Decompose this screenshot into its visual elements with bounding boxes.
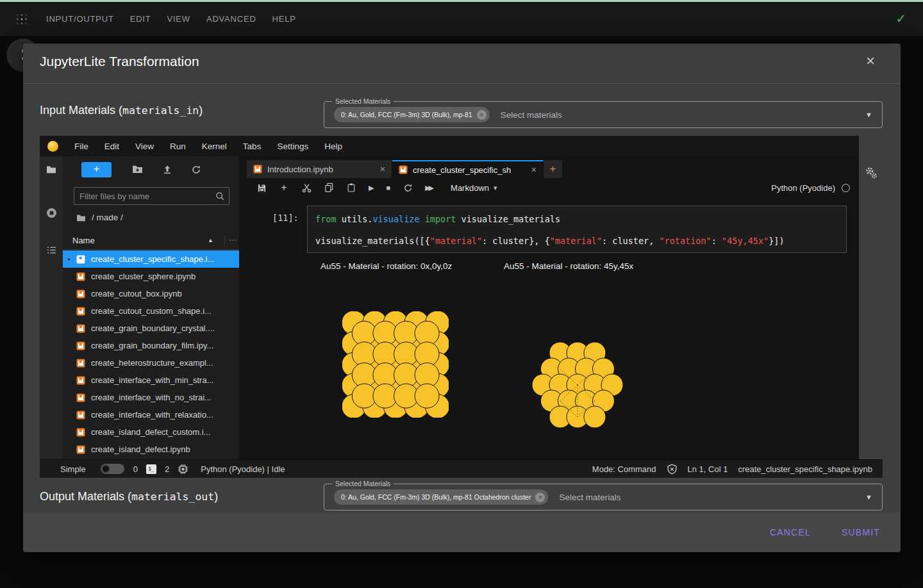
menu-view[interactable]: VIEW (167, 14, 190, 24)
breadcrumb[interactable]: / made / (76, 213, 123, 222)
app-logo-icon[interactable] (15, 13, 28, 26)
chip-close-icon[interactable]: × (535, 493, 545, 502)
cursor-position[interactable]: Ln 1, Col 1 (688, 464, 728, 474)
settings-gears-icon[interactable] (865, 167, 877, 182)
name-column-header[interactable]: Name (72, 236, 95, 245)
file-name: create_grain_boundary_film.ipy... (91, 341, 213, 350)
table-of-contents-icon[interactable] (46, 245, 57, 258)
file-browser-icon[interactable] (46, 165, 56, 176)
notebook-icon (399, 165, 408, 174)
jmenu-help[interactable]: Help (324, 142, 342, 151)
notebook-icon (76, 307, 85, 316)
file-list-item[interactable]: create_interface_with_no_strai... (63, 389, 239, 406)
running-kernels-icon[interactable] (46, 208, 57, 221)
chip-close-icon[interactable]: × (477, 110, 486, 120)
terminals-count[interactable]: 0 (133, 464, 138, 474)
file-list-item[interactable]: create_interface_with_min_stra... (63, 372, 239, 389)
notebook-icon (76, 428, 85, 437)
jupyterlab-window: File Edit View Run Kernel Tabs Settings … (40, 136, 883, 478)
jmenu-view[interactable]: View (135, 142, 154, 151)
notebook-icon (253, 165, 262, 174)
file-list-item[interactable]: create_cutout_box.ipynb (63, 285, 239, 302)
kernels-count[interactable]: 2 (165, 464, 169, 474)
trust-shield-icon[interactable] (667, 464, 678, 475)
output-label-left: Au55 - Material - rotation: 0x,0y,0z (320, 261, 452, 271)
output-materials-placeholder[interactable]: Select materials (559, 493, 620, 502)
tab-close-icon[interactable]: × (380, 164, 385, 174)
cut-icon[interactable] (301, 183, 312, 193)
input-dropdown-arrow-icon[interactable]: ▼ (865, 111, 872, 118)
jmenu-kernel[interactable]: Kernel (202, 142, 227, 151)
upload-icon[interactable] (162, 165, 172, 177)
check-icon[interactable]: ✓ (895, 11, 906, 26)
restart-kernel-icon[interactable] (403, 183, 413, 193)
kernel-status-icon[interactable] (842, 184, 850, 192)
menu-help[interactable]: HELP (272, 14, 296, 24)
file-list-item[interactable]: create_cluster_sphere.ipynb (63, 268, 239, 285)
file-list-item[interactable]: create_grain_boundary_film.ipy... (63, 337, 239, 354)
paste-icon[interactable] (346, 183, 356, 193)
code-line: from utils.visualize import visualize_ma… (315, 208, 838, 230)
jmenu-edit[interactable]: Edit (104, 142, 119, 151)
new-launcher-button[interactable]: + (81, 162, 112, 177)
stop-icon[interactable]: ■ (386, 184, 390, 192)
input-material-chip[interactable]: 0: Au, Gold, FCC (Fm-3m) 3D (Bulk), mp-8… (334, 107, 490, 122)
menu-input-output[interactable]: INPUT/OUTPUT (46, 14, 114, 24)
run-icon[interactable]: ▶ (369, 184, 374, 192)
terminal-icon[interactable]: $_ (146, 464, 156, 474)
topbar-menus: INPUT/OUTPUT EDIT VIEW ADVANCED HELP (46, 14, 296, 24)
menu-edit[interactable]: EDIT (130, 14, 151, 24)
code-cell[interactable]: from utils.visualize import visualize_ma… (307, 206, 847, 253)
new-folder-icon[interactable] (132, 165, 143, 176)
menu-advanced[interactable]: ADVANCED (206, 14, 256, 24)
output-material-chip[interactable]: 0: Au, Gold, FCC (Fm-3m) 3D (Bulk), mp-8… (334, 489, 548, 505)
jmenu-settings[interactable]: Settings (277, 142, 308, 151)
kernel-chip-icon[interactable] (178, 464, 188, 475)
notebook-content[interactable]: [11]: from utils.visualize import visual… (239, 197, 859, 459)
cell-type-dropdown[interactable]: Markdown ▾ (451, 183, 497, 193)
toggle-knob (101, 464, 110, 473)
insert-cell-icon[interactable]: + (279, 183, 289, 193)
input-selected-materials-field[interactable]: Selected Materials 0: Au, Gold, FCC (Fm-… (324, 101, 883, 128)
dialog-close-icon[interactable]: × (866, 52, 875, 70)
jmenu-tabs[interactable]: Tabs (243, 142, 262, 151)
cancel-button[interactable]: CANCEL (770, 527, 811, 537)
submit-button[interactable]: SUBMIT (842, 527, 880, 537)
file-list-item[interactable]: create_cutout_custom_shape.i... (63, 302, 239, 320)
kernel-status-text[interactable]: Python (Pyodide) | Idle (201, 464, 285, 474)
simple-mode-toggle[interactable] (101, 464, 124, 474)
input-materials-legend: Selected Materials (332, 97, 394, 105)
sort-arrow-icon[interactable]: ▲ (208, 237, 213, 243)
output-materials-legend: Selected Materials (332, 480, 394, 487)
input-materials-placeholder[interactable]: Select materials (501, 110, 562, 120)
file-list-item[interactable]: create_heterostructure_exampl... (63, 354, 239, 372)
file-list-item[interactable]: create_island_defect.ipynb (63, 441, 239, 458)
copy-icon[interactable] (324, 183, 334, 193)
output-selected-materials-field[interactable]: Selected Materials 0: Au, Gold, FCC (Fm-… (324, 484, 883, 510)
app-root: INPUT/OUTPUT EDIT VIEW ADVANCED HELP ✓ J… (0, 0, 923, 588)
notebook-icon (76, 290, 85, 298)
more-icon[interactable]: ⋯ (224, 236, 237, 245)
chevron-down-icon: ▾ (494, 184, 497, 192)
mode-indicator[interactable]: Mode: Command (592, 464, 656, 474)
file-filter-input[interactable] (74, 188, 209, 204)
tab-close-icon[interactable]: × (531, 165, 536, 175)
kernel-name[interactable]: Python (Pyodide) (771, 183, 835, 193)
refresh-icon[interactable] (191, 165, 201, 177)
notebook-icon (76, 445, 85, 454)
new-tab-button[interactable]: + (544, 160, 562, 178)
file-list-item[interactable]: create_grain_boundary_crystal.... (63, 320, 239, 337)
file-list-item[interactable]: create_island_defect_custom.i... (63, 423, 239, 441)
file-list-header[interactable]: Name ▲ ⋯ (63, 231, 239, 250)
fast-forward-icon[interactable]: ▶▶ (425, 184, 432, 192)
jmenu-file[interactable]: File (74, 142, 88, 151)
output-dropdown-arrow-icon[interactable]: ▼ (865, 493, 872, 501)
file-list-item[interactable]: ●create_cluster_specific_shape.i... (63, 250, 239, 268)
file-name: create_interface_with_min_stra... (91, 375, 213, 385)
file-list-item[interactable]: create_interface_with_relaxatio... (63, 406, 239, 423)
jmenu-run[interactable]: Run (170, 142, 186, 151)
tab-create-cluster[interactable]: create_cluster_specific_sh × (392, 160, 544, 178)
save-icon[interactable] (256, 183, 267, 193)
file-name: create_cutout_custom_shape.i... (91, 306, 212, 316)
tab-introduction[interactable]: Introduction.ipynb × (247, 160, 392, 178)
